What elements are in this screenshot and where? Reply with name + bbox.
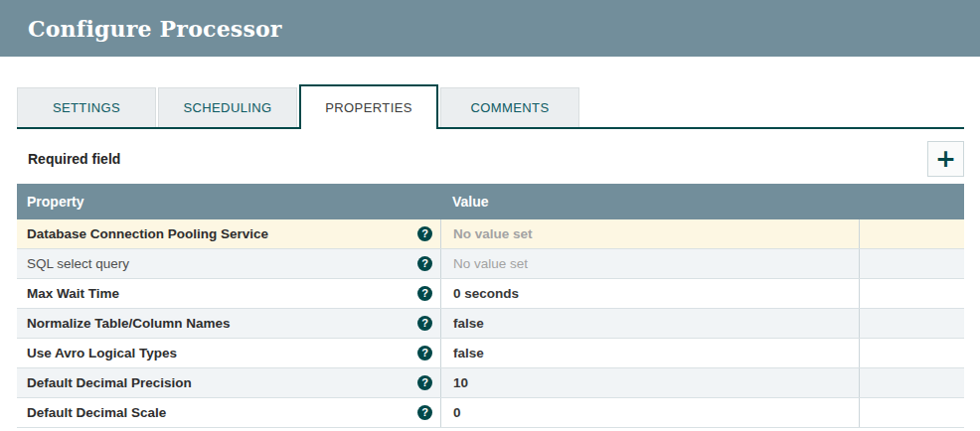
- property-value: 0: [453, 405, 461, 420]
- property-value: false: [453, 316, 484, 331]
- column-header-property: Property: [17, 184, 440, 219]
- row-spacer: [859, 279, 964, 308]
- property-name: Normalize Table/Column Names: [27, 316, 231, 331]
- plus-icon: +: [935, 144, 956, 173]
- property-value: No value set: [453, 226, 533, 241]
- table-row[interactable]: Database Connection Pooling Service ? No…: [17, 219, 964, 249]
- property-value: No value set: [453, 256, 528, 271]
- help-icon[interactable]: ?: [417, 405, 432, 420]
- tab-label: PROPERTIES: [325, 100, 412, 115]
- row-spacer: [859, 249, 964, 278]
- table-header-row: Property Value: [17, 184, 964, 219]
- row-spacer: [859, 398, 964, 427]
- property-name: Max Wait Time: [27, 286, 119, 301]
- row-spacer: [859, 219, 964, 248]
- help-icon[interactable]: ?: [417, 226, 432, 241]
- required-field-label: Required field: [28, 151, 120, 167]
- properties-table: Property Value Database Connection Pooli…: [17, 184, 964, 428]
- table-row[interactable]: Default Decimal Scale ? 0: [17, 398, 964, 428]
- property-value: false: [453, 346, 484, 360]
- help-icon[interactable]: ?: [417, 375, 432, 390]
- dialog-title-bar: Configure Processor: [0, 0, 980, 57]
- tab-settings[interactable]: SETTINGS: [17, 87, 156, 127]
- help-icon[interactable]: ?: [417, 346, 432, 360]
- tab-comments[interactable]: COMMENTS: [440, 87, 579, 127]
- properties-toolbar: Required field +: [17, 140, 964, 177]
- property-name: Default Decimal Precision: [27, 375, 192, 390]
- add-property-button[interactable]: +: [927, 141, 964, 177]
- tab-properties[interactable]: PROPERTIES: [299, 84, 438, 129]
- property-name: Database Connection Pooling Service: [27, 226, 268, 241]
- dialog-title: Configure Processor: [28, 16, 282, 42]
- table-row[interactable]: SQL select query ? No value set: [17, 249, 964, 279]
- help-icon[interactable]: ?: [417, 316, 432, 331]
- property-name: Default Decimal Scale: [27, 405, 166, 420]
- table-row[interactable]: Use Avro Logical Types ? false: [17, 339, 964, 368]
- tab-scheduling[interactable]: SCHEDULING: [158, 87, 297, 127]
- table-row[interactable]: Normalize Table/Column Names ? false: [17, 309, 964, 339]
- tab-label: SCHEDULING: [183, 100, 271, 115]
- table-row[interactable]: Max Wait Time ? 0 seconds: [17, 279, 964, 309]
- column-header-value: Value: [440, 184, 859, 219]
- row-spacer: [859, 309, 964, 338]
- property-value: 10: [453, 375, 468, 390]
- row-spacer: [859, 339, 964, 367]
- property-name: Use Avro Logical Types: [27, 346, 177, 360]
- property-name: SQL select query: [27, 256, 129, 271]
- table-row[interactable]: Default Decimal Precision ? 10: [17, 368, 964, 398]
- help-icon[interactable]: ?: [417, 286, 432, 301]
- row-spacer: [859, 368, 964, 397]
- property-value: 0 seconds: [453, 286, 519, 301]
- tab-bar: SETTINGS SCHEDULING PROPERTIES COMMENTS: [17, 84, 964, 129]
- column-header-spacer: [859, 184, 964, 219]
- help-icon[interactable]: ?: [417, 256, 432, 271]
- tab-label: COMMENTS: [470, 100, 549, 115]
- tab-label: SETTINGS: [53, 100, 120, 115]
